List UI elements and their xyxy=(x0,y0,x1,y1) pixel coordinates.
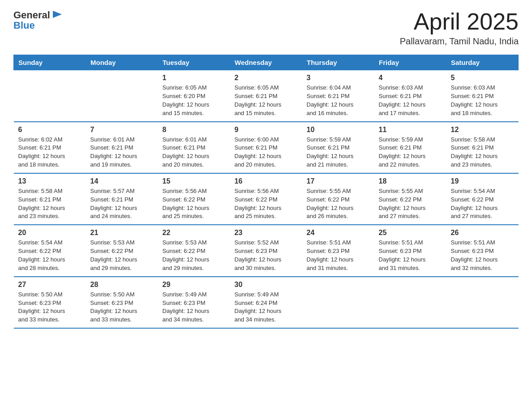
sunrise-label: Sunrise: 5:50 AM xyxy=(18,291,63,298)
title-area: April 2025 Pallavaram, Tamil Nadu, India xyxy=(400,9,519,47)
day-number: 10 xyxy=(307,126,370,134)
day-info: Sunrise: 6:03 AMSunset: 6:21 PMDaylight:… xyxy=(451,84,514,117)
sunrise-label: Sunrise: 5:58 AM xyxy=(451,136,495,143)
sunset-label: Sunset: 6:22 PM xyxy=(307,196,350,203)
calendar-table: Sunday Monday Tuesday Wednesday Thursday… xyxy=(13,55,519,329)
table-row: 13Sunrise: 5:58 AMSunset: 6:21 PMDayligh… xyxy=(14,173,86,225)
day-number: 24 xyxy=(307,229,370,237)
sunrise-label: Sunrise: 5:53 AM xyxy=(90,239,135,246)
table-row: 25Sunrise: 5:51 AMSunset: 6:23 PMDayligh… xyxy=(374,225,446,276)
day-info: Sunrise: 6:05 AMSunset: 6:21 PMDaylight:… xyxy=(235,84,298,117)
sunset-label: Sunset: 6:21 PM xyxy=(90,144,133,151)
sunset-label: Sunset: 6:21 PM xyxy=(235,144,278,151)
table-row: 24Sunrise: 5:51 AMSunset: 6:23 PMDayligh… xyxy=(302,225,374,276)
sunrise-label: Sunrise: 5:49 AM xyxy=(235,291,279,298)
day-info: Sunrise: 5:58 AMSunset: 6:21 PMDaylight:… xyxy=(18,187,82,221)
table-row xyxy=(446,277,519,328)
daylight-label: Daylight: 12 hoursand 20 minutes. xyxy=(235,153,282,168)
header-saturday: Saturday xyxy=(446,55,519,70)
day-number: 5 xyxy=(451,74,514,82)
table-row xyxy=(374,277,446,328)
sunrise-label: Sunrise: 6:01 AM xyxy=(163,136,207,143)
sunrise-label: Sunrise: 5:51 AM xyxy=(307,239,351,246)
daylight-label: Daylight: 12 hoursand 15 minutes. xyxy=(235,101,282,116)
day-info: Sunrise: 6:01 AMSunset: 6:21 PMDaylight:… xyxy=(163,136,226,169)
sunrise-label: Sunrise: 5:52 AM xyxy=(235,239,279,246)
daylight-label: Daylight: 12 hoursand 15 minutes. xyxy=(163,101,210,116)
page-subtitle: Pallavaram, Tamil Nadu, India xyxy=(400,36,519,47)
day-number: 15 xyxy=(163,177,226,185)
table-row xyxy=(14,70,86,122)
daylight-label: Daylight: 12 hoursand 22 minutes. xyxy=(379,153,426,168)
table-row: 12Sunrise: 5:58 AMSunset: 6:21 PMDayligh… xyxy=(446,122,519,173)
day-info: Sunrise: 5:58 AMSunset: 6:21 PMDaylight:… xyxy=(451,136,514,169)
header: General Blue April 2025 Pallavaram, Tami… xyxy=(13,9,519,47)
sunset-label: Sunset: 6:22 PM xyxy=(90,248,133,254)
daylight-label: Daylight: 12 hoursand 23 minutes. xyxy=(451,153,498,168)
sunset-label: Sunset: 6:21 PM xyxy=(451,93,494,99)
day-info: Sunrise: 5:56 AMSunset: 6:22 PMDaylight:… xyxy=(235,187,298,221)
sunset-label: Sunset: 6:23 PM xyxy=(163,300,206,306)
sunrise-label: Sunrise: 5:56 AM xyxy=(235,188,279,194)
daylight-label: Daylight: 12 hoursand 25 minutes. xyxy=(163,205,210,220)
sunset-label: Sunset: 6:21 PM xyxy=(307,93,350,99)
header-friday: Friday xyxy=(374,55,446,70)
sunrise-label: Sunrise: 5:59 AM xyxy=(307,136,351,143)
table-row: 15Sunrise: 5:56 AMSunset: 6:22 PMDayligh… xyxy=(158,173,230,225)
day-info: Sunrise: 6:01 AMSunset: 6:21 PMDaylight:… xyxy=(90,136,154,169)
calendar-week-row: 13Sunrise: 5:58 AMSunset: 6:21 PMDayligh… xyxy=(14,173,519,225)
header-tuesday: Tuesday xyxy=(158,55,230,70)
day-number: 21 xyxy=(90,229,154,237)
daylight-label: Daylight: 12 hoursand 33 minutes. xyxy=(18,308,65,323)
sunset-label: Sunset: 6:23 PM xyxy=(379,248,422,254)
sunrise-label: Sunrise: 5:56 AM xyxy=(163,188,207,194)
sunset-label: Sunset: 6:24 PM xyxy=(235,300,278,306)
calendar-week-row: 1Sunrise: 6:05 AMSunset: 6:20 PMDaylight… xyxy=(14,70,519,122)
daylight-label: Daylight: 12 hoursand 18 minutes. xyxy=(18,153,65,168)
day-info: Sunrise: 5:53 AMSunset: 6:22 PMDaylight:… xyxy=(90,239,154,272)
day-info: Sunrise: 6:05 AMSunset: 6:20 PMDaylight:… xyxy=(163,84,226,117)
logo: General Blue xyxy=(13,9,64,31)
day-number: 27 xyxy=(18,281,82,289)
daylight-label: Daylight: 12 hoursand 28 minutes. xyxy=(18,256,65,271)
day-number: 3 xyxy=(307,74,370,82)
table-row: 9Sunrise: 6:00 AMSunset: 6:21 PMDaylight… xyxy=(230,122,302,173)
day-number: 19 xyxy=(451,177,514,185)
day-number: 11 xyxy=(379,126,442,134)
day-info: Sunrise: 5:51 AMSunset: 6:23 PMDaylight:… xyxy=(379,239,442,272)
daylight-label: Daylight: 12 hoursand 18 minutes. xyxy=(451,101,498,116)
day-number: 13 xyxy=(18,177,82,185)
table-row: 30Sunrise: 5:49 AMSunset: 6:24 PMDayligh… xyxy=(230,277,302,328)
daylight-label: Daylight: 12 hoursand 16 minutes. xyxy=(307,101,354,116)
svg-marker-0 xyxy=(53,11,62,18)
sunrise-label: Sunrise: 5:55 AM xyxy=(307,188,351,194)
day-number: 9 xyxy=(235,126,298,134)
sunrise-label: Sunrise: 5:55 AM xyxy=(379,188,423,194)
daylight-label: Daylight: 12 hoursand 21 minutes. xyxy=(307,153,354,168)
logo-blue: Blue xyxy=(13,20,35,31)
table-row: 23Sunrise: 5:52 AMSunset: 6:23 PMDayligh… xyxy=(230,225,302,276)
day-number: 6 xyxy=(18,126,82,134)
daylight-label: Daylight: 12 hoursand 24 minutes. xyxy=(90,205,137,220)
sunset-label: Sunset: 6:23 PM xyxy=(18,300,61,306)
table-row: 6Sunrise: 6:02 AMSunset: 6:21 PMDaylight… xyxy=(14,122,86,173)
table-row: 29Sunrise: 5:49 AMSunset: 6:23 PMDayligh… xyxy=(158,277,230,328)
sunrise-label: Sunrise: 5:54 AM xyxy=(18,239,63,246)
day-info: Sunrise: 5:59 AMSunset: 6:21 PMDaylight:… xyxy=(307,136,370,169)
day-number: 22 xyxy=(163,229,226,237)
calendar-week-row: 20Sunrise: 5:54 AMSunset: 6:22 PMDayligh… xyxy=(14,225,519,276)
day-info: Sunrise: 5:54 AMSunset: 6:22 PMDaylight:… xyxy=(18,239,82,272)
sunrise-label: Sunrise: 5:51 AM xyxy=(451,239,495,246)
sunset-label: Sunset: 6:20 PM xyxy=(163,93,206,99)
day-info: Sunrise: 5:50 AMSunset: 6:23 PMDaylight:… xyxy=(90,291,154,324)
calendar-week-row: 6Sunrise: 6:02 AMSunset: 6:21 PMDaylight… xyxy=(14,122,519,173)
sunset-label: Sunset: 6:21 PM xyxy=(90,196,133,203)
table-row: 21Sunrise: 5:53 AMSunset: 6:22 PMDayligh… xyxy=(86,225,158,276)
day-number: 14 xyxy=(90,177,154,185)
day-number: 26 xyxy=(451,229,514,237)
sunset-label: Sunset: 6:22 PM xyxy=(379,196,422,203)
day-number: 30 xyxy=(235,281,298,289)
table-row: 2Sunrise: 6:05 AMSunset: 6:21 PMDaylight… xyxy=(230,70,302,122)
sunset-label: Sunset: 6:22 PM xyxy=(18,248,61,254)
day-info: Sunrise: 5:49 AMSunset: 6:23 PMDaylight:… xyxy=(163,291,226,324)
